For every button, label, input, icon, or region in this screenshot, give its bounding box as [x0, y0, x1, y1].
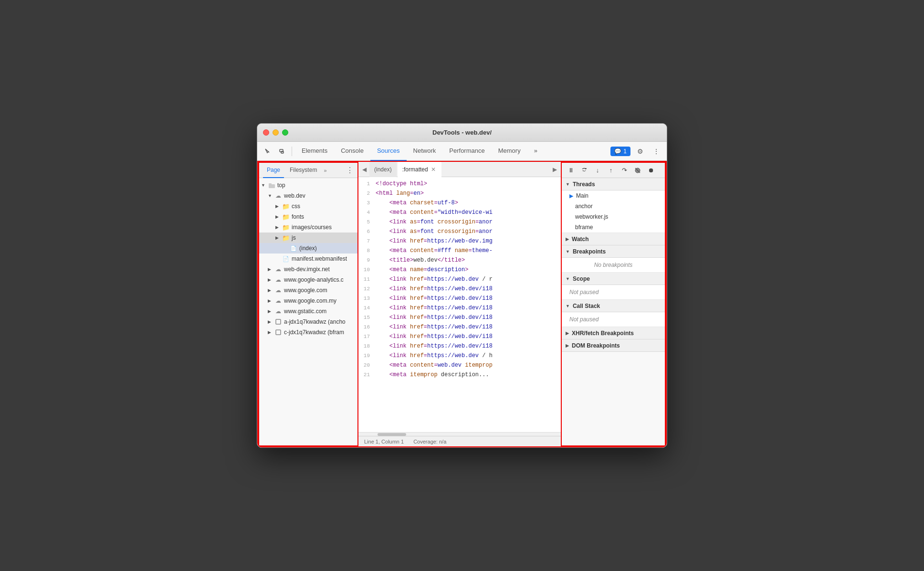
code-line-3: 3 <meta charset=utf-8>: [358, 198, 561, 208]
tree-label-gstatic: www.gstatic.com: [284, 308, 326, 315]
thread-main[interactable]: ▶ Main: [562, 190, 665, 201]
tree-item-anchor[interactable]: ▶ a-jdx1q7kwadwz (ancho: [259, 317, 357, 327]
horizontal-scrollbar[interactable]: [358, 432, 561, 436]
line-num-14: 14: [358, 303, 376, 313]
editor-statusbar: Line 1, Column 1 Coverage: n/a: [358, 436, 561, 446]
maximize-button[interactable]: [282, 129, 288, 136]
line-num-17: 17: [358, 332, 376, 341]
tab-performance[interactable]: Performance: [442, 142, 491, 161]
thread-bframe[interactable]: bframe: [562, 222, 665, 233]
line-content-2: <html lang=en>: [376, 189, 561, 198]
tree-item-bframe[interactable]: ▶ c-jdx1q7kwadwz (bfram: [259, 327, 357, 338]
panel-menu-button[interactable]: ⋮: [346, 166, 354, 175]
more-options-button[interactable]: ⋮: [650, 145, 663, 158]
line-content-19: <link href=https://web.dev / h: [376, 351, 561, 360]
step-out-button[interactable]: ↑: [605, 164, 617, 177]
editor-tab-formatted[interactable]: :formatted ✕: [398, 162, 441, 177]
tab-memory[interactable]: Memory: [492, 142, 527, 161]
tree-item-images[interactable]: ▶ 📁 images/courses: [259, 222, 357, 233]
line-num-15: 15: [358, 313, 376, 322]
deactivate-breakpoints-button[interactable]: [631, 164, 644, 177]
xhr-arrow: ▶: [566, 331, 569, 336]
panel-more-tabs[interactable]: »: [324, 168, 326, 173]
line-num-18: 18: [358, 341, 376, 351]
thread-webworker[interactable]: webworker.js: [562, 211, 665, 222]
tab-more[interactable]: »: [527, 142, 544, 161]
close-button[interactable]: [263, 129, 269, 136]
xhr-label: XHR/fetch Breakpoints: [572, 330, 634, 337]
tab-sources[interactable]: Sources: [370, 142, 407, 161]
tree-item-css[interactable]: ▶ 📁 css: [259, 201, 357, 211]
editor-tab-next-button[interactable]: ▶: [551, 166, 559, 173]
callstack-section-body: Not paused: [562, 312, 665, 327]
tree-label-bframe: c-jdx1q7kwadwz (bfram: [284, 329, 344, 336]
step-button[interactable]: ↷: [618, 164, 630, 177]
dom-section-header[interactable]: ▶ DOM Breakpoints: [562, 339, 665, 352]
step-over-button[interactable]: [578, 164, 590, 177]
arrow-images: ▶: [275, 225, 282, 230]
arrow-top: ▼: [261, 183, 268, 188]
breakpoints-label: Breakpoints: [573, 248, 606, 255]
device-toolbar-button[interactable]: [275, 145, 289, 158]
tab-filesystem[interactable]: Filesystem: [286, 163, 321, 178]
editor-tab-close-button[interactable]: ✕: [430, 166, 437, 173]
minimize-button[interactable]: [273, 129, 279, 136]
folder-icon-top: [268, 181, 275, 189]
tree-item-top[interactable]: ▼ top: [259, 180, 357, 190]
tree-item-fonts[interactable]: ▶ 📁 fonts: [259, 211, 357, 222]
tree-item-analytics[interactable]: ▶ ☁ www.google-analytics.c: [259, 275, 357, 285]
tab-console[interactable]: Console: [334, 142, 370, 161]
arrow-bframe: ▶: [268, 330, 274, 335]
breakpoints-section-header[interactable]: ▼ Breakpoints: [562, 245, 665, 258]
editor-tab-index[interactable]: (index): [369, 162, 397, 177]
line-num-11: 11: [358, 275, 376, 284]
scrollbar-thumb-h: [378, 433, 406, 436]
tree-item-js[interactable]: ▶ 📁 js: [259, 233, 357, 243]
callstack-section-header[interactable]: ▼ Call Stack: [562, 300, 665, 312]
code-container[interactable]: 1 <!doctype html> 2 <html lang=en> 3 <me…: [358, 177, 561, 432]
line-num-9: 9: [358, 255, 376, 265]
tree-item-index[interactable]: ▶ 📄 (index): [259, 243, 357, 254]
settings-button[interactable]: ⚙: [633, 145, 647, 158]
tab-page[interactable]: Page: [263, 163, 284, 178]
tree-item-google[interactable]: ▶ ☁ www.google.com: [259, 285, 357, 296]
tab-network[interactable]: Network: [407, 142, 443, 161]
scope-section-header[interactable]: ▼ Scope: [562, 273, 665, 285]
content-area: Page Filesystem » ⋮ ▼ top ▼ ☁: [257, 161, 667, 447]
tree-item-imgix[interactable]: ▶ ☁ web-dev.imgix.net: [259, 264, 357, 275]
notification-button[interactable]: 💬 1: [610, 147, 630, 156]
editor-area: 1 <!doctype html> 2 <html lang=en> 3 <me…: [358, 177, 561, 436]
no-breakpoints-text: No breakpoints: [562, 258, 665, 272]
inspect-element-button[interactable]: [261, 145, 274, 158]
line-num-7: 7: [358, 236, 376, 246]
pause-on-exceptions-button[interactable]: ⏺: [645, 164, 657, 177]
coverage-status: Coverage: n/a: [413, 439, 446, 444]
pause-button[interactable]: ⏸: [565, 164, 577, 177]
middle-panel: ◀ (index) :formatted ✕ ▶ 1 <!doctype htm…: [358, 162, 561, 446]
editor-tab-prev-button[interactable]: ◀: [360, 166, 368, 173]
tab-elements[interactable]: Elements: [295, 142, 334, 161]
thread-main-arrow: ▶: [569, 193, 573, 199]
file-icon-index: 📄: [290, 244, 297, 252]
line-content-12: <link href=https://web.dev/i18: [376, 284, 561, 294]
toolbar-right: 💬 1 ⚙ ⋮: [610, 145, 663, 158]
tree-item-manifest[interactable]: ▶ 📄 manifest.webmanifest: [259, 254, 357, 264]
thread-anchor-label: anchor: [575, 203, 593, 210]
arrow-googlemy: ▶: [268, 298, 274, 303]
tree-item-gstatic[interactable]: ▶ ☁ www.gstatic.com: [259, 306, 357, 317]
tree-item-webdev[interactable]: ▼ ☁ web.dev: [259, 190, 357, 201]
tree-label-images: images/courses: [292, 224, 332, 231]
dom-label: DOM Breakpoints: [572, 342, 620, 349]
thread-webworker-label: webworker.js: [575, 213, 608, 220]
cursor-position: Line 1, Column 1: [364, 439, 404, 444]
watch-section-header[interactable]: ▶ Watch: [562, 233, 665, 245]
file-tree: ▼ top ▼ ☁ web.dev ▶ 📁 css: [259, 178, 357, 445]
callstack-label: Call Stack: [573, 303, 600, 309]
thread-anchor[interactable]: anchor: [562, 201, 665, 211]
step-into-button[interactable]: ↓: [591, 164, 604, 177]
threads-section-header[interactable]: ▼ Threads: [562, 178, 665, 190]
line-num-3: 3: [358, 198, 376, 208]
tree-item-googlemy[interactable]: ▶ ☁ www.google.com.my: [259, 296, 357, 306]
dom-arrow: ▶: [566, 343, 569, 348]
xhr-section-header[interactable]: ▶ XHR/fetch Breakpoints: [562, 327, 665, 339]
